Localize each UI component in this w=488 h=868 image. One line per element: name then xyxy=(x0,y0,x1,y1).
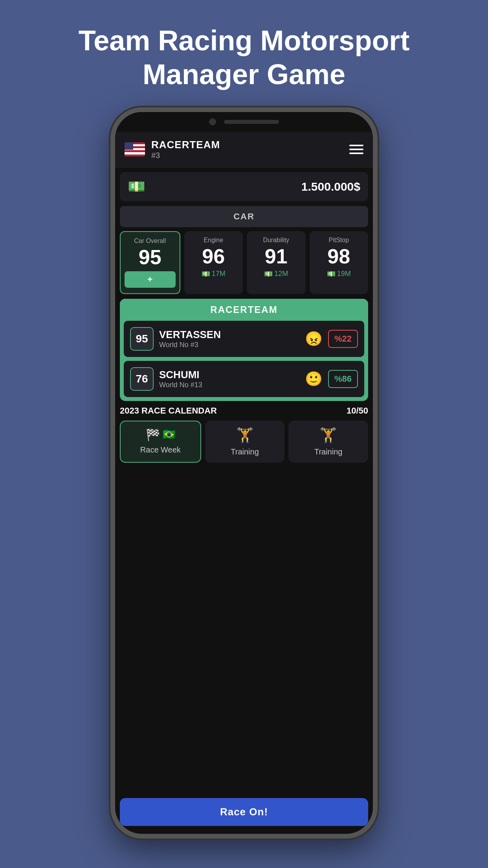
app-header: RACERTEAM #3 xyxy=(115,132,373,167)
driver-mood-vertassen: 😠 xyxy=(305,331,323,347)
money-icon: 💵 xyxy=(128,178,145,195)
durability-card: Durability 91 💵12M xyxy=(247,231,306,294)
pitstop-value: 98 xyxy=(314,246,365,267)
flag-icon xyxy=(125,142,145,156)
money-bar: 💵 1.500.000$ xyxy=(120,172,368,201)
phone-screen: RACERTEAM #3 💵 1.500.000$ CAR Car Overal… xyxy=(115,132,373,834)
driver-number-schumi: 76 xyxy=(130,367,154,391)
driver-rank-vertassen: World No #3 xyxy=(159,341,299,349)
engine-cost: 💵17M xyxy=(188,270,239,278)
durability-cost: 💵12M xyxy=(251,270,302,278)
team-name: RACERTEAM xyxy=(151,139,220,151)
engine-value: 96 xyxy=(188,246,239,267)
engine-card: Engine 96 💵17M xyxy=(184,231,243,294)
driver-perf-vertassen: %22 xyxy=(328,330,358,348)
phone-notch xyxy=(115,112,373,132)
training-label-2: Training xyxy=(314,447,343,456)
brazil-flag-icon: 🇧🇷 xyxy=(163,428,175,441)
durability-value: 91 xyxy=(251,246,302,267)
menu-button[interactable] xyxy=(349,145,363,154)
car-upgrade-button[interactable]: + xyxy=(125,271,176,288)
race-week-label: Race Week xyxy=(140,445,181,454)
durability-label: Durability xyxy=(251,237,302,244)
training-icon-1: 🏋️ xyxy=(236,427,254,443)
money-amount: 1.500.000$ xyxy=(301,180,360,193)
engine-label: Engine xyxy=(188,237,239,244)
race-on-button[interactable]: Race On! xyxy=(120,798,368,826)
pitstop-cost: 💵19M xyxy=(314,270,365,278)
car-overall-label: Car Overall xyxy=(125,237,176,245)
calendar-item-race-week[interactable]: 🏁 🇧🇷 Race Week xyxy=(120,421,201,463)
calendar-items: 🏁 🇧🇷 Race Week 🏋️ Training 🏋️ Training xyxy=(120,421,368,463)
car-overall-card: Car Overall 95 + xyxy=(120,231,180,294)
team-number: #3 xyxy=(151,151,220,160)
calendar-item-training-2[interactable]: 🏋️ Training xyxy=(288,421,368,463)
pitstop-label: PitStop xyxy=(314,237,365,244)
phone-camera xyxy=(209,118,216,125)
driver-rank-schumi: World No #13 xyxy=(159,381,299,389)
training-icon-2: 🏋️ xyxy=(319,427,337,443)
driver-row-vertassen[interactable]: 95 VERTASSEN World No #3 😠 %22 xyxy=(124,321,364,357)
training-label-1: Training xyxy=(231,447,259,456)
page-title: Team Racing Motorsport Manager Game xyxy=(47,0,441,107)
phone-frame: RACERTEAM #3 💵 1.500.000$ CAR Car Overal… xyxy=(110,107,378,839)
driver-mood-schumi: 🙂 xyxy=(305,371,323,387)
car-stats: Car Overall 95 + Engine 96 💵17M Durabili… xyxy=(120,231,368,294)
phone-speaker xyxy=(224,120,279,124)
calendar-title: 2023 RACE CALENDAR xyxy=(120,406,217,416)
driver-name-schumi: SCHUMI xyxy=(159,369,299,381)
team-section: RACERTEAM 95 VERTASSEN World No #3 😠 %22… xyxy=(120,299,368,401)
calendar-item-training-1[interactable]: 🏋️ Training xyxy=(205,421,285,463)
pitstop-card: PitStop 98 💵19M xyxy=(310,231,369,294)
car-section-header: CAR xyxy=(120,206,368,227)
car-overall-value: 95 xyxy=(125,247,176,267)
calendar-progress: 10/50 xyxy=(347,406,368,416)
calendar-section: 2023 RACE CALENDAR 10/50 🏁 🇧🇷 Race Week … xyxy=(120,406,368,463)
checkered-flag-icon: 🏁 xyxy=(146,428,160,441)
team-section-header: RACERTEAM xyxy=(120,299,368,321)
driver-row-schumi[interactable]: 76 SCHUMI World No #13 🙂 %86 xyxy=(124,361,364,397)
driver-name-vertassen: VERTASSEN xyxy=(159,329,299,341)
driver-perf-schumi: %86 xyxy=(328,370,358,388)
driver-number-vertassen: 95 xyxy=(130,327,154,351)
